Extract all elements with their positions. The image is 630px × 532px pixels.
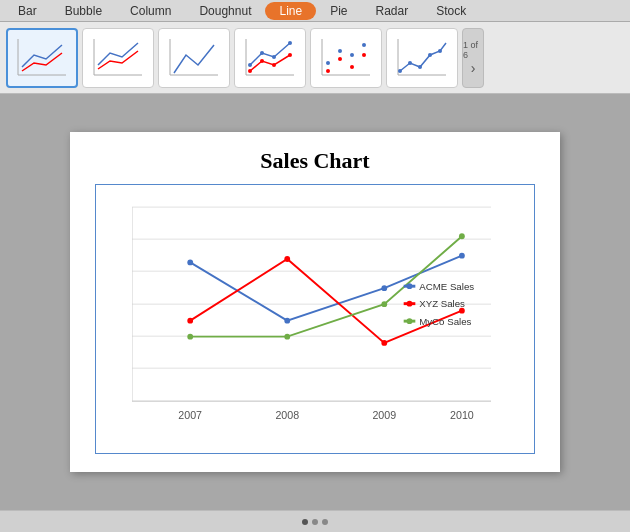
svg-point-32 <box>438 49 442 53</box>
legend-xyz-dot <box>407 301 413 307</box>
svg-point-29 <box>408 61 412 65</box>
svg-point-31 <box>428 53 432 57</box>
legend-xyz-label: XYZ Sales <box>419 298 465 309</box>
svg-point-21 <box>362 43 366 47</box>
tab-label-bar: Bar <box>18 4 37 18</box>
tab-label-doughnut: Doughnut <box>199 4 251 18</box>
tab-label-bubble: Bubble <box>65 4 102 18</box>
myco-point-2007 <box>187 334 193 340</box>
svg-point-25 <box>362 53 366 57</box>
legend-acme-label: ACME Sales <box>419 281 474 292</box>
dot-1 <box>302 519 308 525</box>
chart-container: 6 5 4 3 2 1 0 2007 2008 2009 2010 <box>95 184 535 454</box>
svg-point-24 <box>350 65 354 69</box>
next-arrow-icon: › <box>471 60 476 76</box>
chart-thumb-5[interactable] <box>310 28 382 88</box>
acme-point-2009 <box>381 285 387 291</box>
tab-stock[interactable]: Stock <box>422 2 480 20</box>
svg-point-10 <box>272 55 276 59</box>
tab-label-column: Column <box>130 4 171 18</box>
myco-point-2010 <box>459 233 465 239</box>
tab-label-pie: Pie <box>330 4 347 18</box>
acme-point-2007 <box>187 260 193 266</box>
legend-myco-dot <box>407 318 413 324</box>
svg-point-23 <box>338 57 342 61</box>
tab-label-line: Line <box>279 4 302 18</box>
svg-point-20 <box>350 53 354 57</box>
xyz-point-2008 <box>284 256 290 262</box>
svg-text:2008: 2008 <box>275 409 299 421</box>
legend-acme-dot <box>407 283 413 289</box>
chart-type-tab-bar: Bar Bubble Column Doughnut Line Pie Rada… <box>0 0 630 22</box>
pagination-label: 1 of 6 <box>463 40 483 60</box>
tab-column[interactable]: Column <box>116 2 185 20</box>
xyz-point-2007 <box>187 318 193 324</box>
tab-line[interactable]: Line <box>265 2 316 20</box>
tab-label-stock: Stock <box>436 4 466 18</box>
svg-point-18 <box>326 61 330 65</box>
bottom-bar <box>0 510 630 532</box>
svg-text:2010: 2010 <box>450 409 474 421</box>
tab-pie[interactable]: Pie <box>316 2 361 20</box>
svg-point-28 <box>398 69 402 73</box>
tab-doughnut[interactable]: Doughnut <box>185 2 265 20</box>
svg-point-12 <box>248 69 252 73</box>
svg-point-11 <box>288 41 292 45</box>
bottom-dots <box>302 519 328 525</box>
chart-thumbnail-bar: 1 of 6 › <box>0 22 630 94</box>
chart-thumb-1[interactable] <box>6 28 78 88</box>
line-chart-svg: 6 5 4 3 2 1 0 2007 2008 2009 2010 <box>132 195 524 423</box>
svg-text:2007: 2007 <box>178 409 202 421</box>
chart-thumb-nav[interactable]: 1 of 6 › <box>462 28 484 88</box>
myco-point-2009 <box>381 301 387 307</box>
svg-point-14 <box>272 63 276 67</box>
myco-point-2008 <box>284 334 290 340</box>
dot-2 <box>312 519 318 525</box>
tab-bubble[interactable]: Bubble <box>51 2 116 20</box>
svg-point-8 <box>248 63 252 67</box>
svg-text:2009: 2009 <box>372 409 396 421</box>
chart-thumb-3[interactable] <box>158 28 230 88</box>
tab-label-radar: Radar <box>376 4 409 18</box>
acme-point-2010 <box>459 253 465 259</box>
svg-point-13 <box>260 59 264 63</box>
svg-point-30 <box>418 65 422 69</box>
tab-radar[interactable]: Radar <box>362 2 423 20</box>
slide-title: Sales Chart <box>260 148 369 174</box>
main-content-area: Sales Chart 6 5 4 3 2 1 0 <box>0 94 630 510</box>
xyz-point-2009 <box>381 340 387 346</box>
slide-canvas: Sales Chart 6 5 4 3 2 1 0 <box>70 132 560 472</box>
tab-bar[interactable]: Bar <box>4 2 51 20</box>
svg-point-19 <box>338 49 342 53</box>
chart-thumb-2[interactable] <box>82 28 154 88</box>
svg-point-15 <box>288 53 292 57</box>
chart-thumb-4[interactable] <box>234 28 306 88</box>
dot-3 <box>322 519 328 525</box>
svg-point-9 <box>260 51 264 55</box>
legend-myco-label: MyCo Sales <box>419 316 471 327</box>
svg-point-22 <box>326 69 330 73</box>
acme-point-2008 <box>284 318 290 324</box>
chart-thumb-6[interactable] <box>386 28 458 88</box>
